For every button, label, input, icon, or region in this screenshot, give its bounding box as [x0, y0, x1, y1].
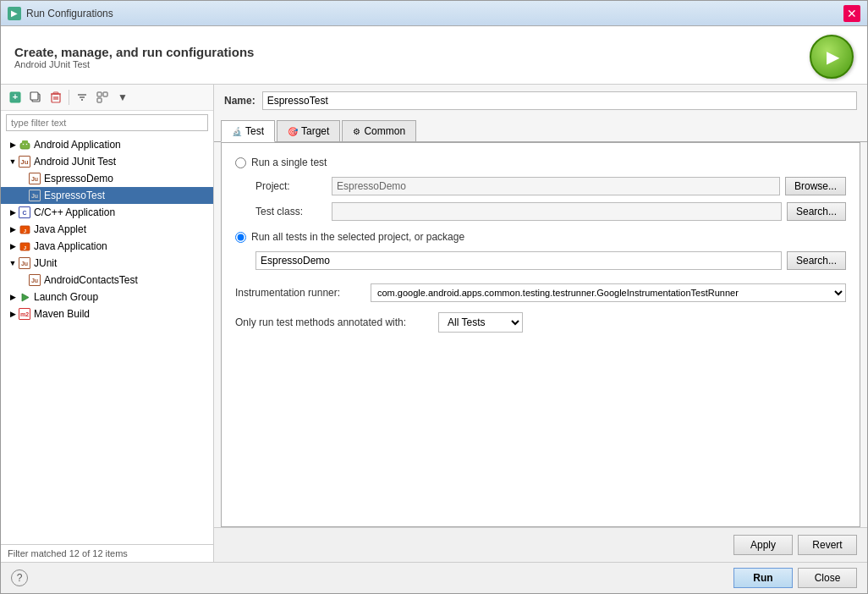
project-field-group: Project: Browse... Test class: Search... — [255, 177, 846, 221]
svg-rect-14 — [103, 92, 107, 96]
tab-common-label: Common — [364, 125, 405, 137]
annotate-label: Only run test methods annotated with: — [235, 316, 438, 328]
header-area: Create, manage, and run configurations A… — [1, 26, 867, 85]
tab-target-label: Target — [301, 125, 329, 137]
test-class-input[interactable] — [332, 202, 782, 221]
test-tab-content: Run a single test Project: Browse... Tes… — [221, 142, 860, 527]
filter-status: Filter matched 12 of 12 items — [8, 548, 128, 558]
duplicate-config-button[interactable] — [26, 88, 45, 107]
tree-arrow-launch-group: ▶ — [8, 292, 18, 302]
tree-item-label: C/C++ Application — [34, 206, 115, 218]
tree-item-label: EspressoDemo — [44, 173, 113, 184]
name-row: Name: — [214, 85, 867, 117]
tree-item-cplusplus[interactable]: ▶ C C/C++ Application — [1, 204, 213, 221]
new-config-button[interactable]: + — [6, 88, 25, 107]
radio-single-test[interactable] — [235, 157, 246, 168]
tree-item-androidcontacts[interactable]: ▶ Ju AndroidContactsTest — [1, 272, 213, 289]
tree-arrow-java-applet: ▶ — [8, 224, 18, 234]
footer-bar: ? Run Close — [1, 562, 867, 593]
bottom-action-bar: Apply Revert — [214, 527, 867, 562]
tree-arrow-maven-build: ▶ — [8, 309, 18, 319]
tree-item-android-application[interactable]: ▶ Android Application — [1, 136, 213, 153]
svg-text:J: J — [23, 228, 25, 233]
header-subtitle: Android JUnit Test — [14, 59, 254, 69]
radio-all-tests-label: Run all tests in the selected project, o… — [251, 231, 464, 243]
package-input[interactable] — [255, 251, 782, 270]
svg-text:+: + — [13, 91, 18, 102]
help-button[interactable]: ? — [11, 569, 28, 586]
header-text: Create, manage, and run configurations A… — [14, 45, 254, 69]
tree-item-espressotest[interactable]: ▶ Ju EspressoTest — [1, 187, 213, 204]
tree-item-label: Launch Group — [34, 291, 98, 303]
tabs-bar: 🔬 Test 🎯 Target ⚙ Common — [214, 117, 867, 142]
svg-rect-15 — [97, 98, 102, 102]
tree-item-label: EspressoTest — [44, 190, 105, 201]
project-browse-button[interactable]: Browse... — [785, 177, 846, 195]
project-field-row: Project: Browse... — [255, 177, 846, 195]
collapse-button[interactable] — [93, 88, 112, 107]
filter-button[interactable] — [73, 88, 91, 107]
instrumentation-row: Instrumentation runner: com.google.andro… — [235, 283, 846, 302]
tree-arrow-cplusplus: ▶ — [8, 207, 18, 217]
revert-button[interactable]: Revert — [798, 535, 857, 555]
delete-config-button[interactable] — [47, 88, 65, 107]
tab-common[interactable]: ⚙ Common — [342, 120, 416, 141]
tree-item-junit[interactable]: ▼ Ju JUnit — [1, 255, 213, 272]
tree-item-java-applet[interactable]: ▶ J Java Applet — [1, 221, 213, 238]
run-icon[interactable] — [810, 35, 854, 79]
tree-arrow-java-application: ▶ — [8, 241, 18, 251]
tree-arrow-android-application: ▶ — [8, 140, 18, 150]
project-input[interactable] — [332, 177, 780, 195]
android-app-icon — [18, 138, 31, 151]
test-tab-icon: 🔬 — [232, 127, 242, 136]
apply-button[interactable]: Apply — [733, 535, 793, 555]
tab-test[interactable]: 🔬 Test — [221, 120, 275, 142]
status-bar: Filter matched 12 of 12 items — [1, 544, 213, 562]
name-input[interactable] — [262, 91, 857, 110]
tree-item-label: AndroidContactsTest — [44, 274, 138, 286]
title-bar: ▶ Run Configurations ✕ — [1, 1, 867, 26]
filter-input[interactable] — [6, 114, 208, 131]
run-button[interactable]: Run — [733, 568, 793, 588]
java-app-icon: J — [18, 239, 31, 253]
maven-icon: m2 — [18, 307, 31, 321]
tree-item-android-junit[interactable]: ▼ Ju Android JUnit Test — [1, 153, 213, 170]
radio-all-tests[interactable] — [235, 232, 246, 243]
package-row: Search... — [255, 251, 846, 270]
test-class-search-button[interactable]: Search... — [787, 202, 846, 221]
instrumentation-select[interactable]: com.google.android.apps.common.testing.t… — [371, 283, 846, 302]
tree-item-launch-group[interactable]: ▶ Launch Group — [1, 289, 213, 305]
tree-item-maven-build[interactable]: ▶ m2 Maven Build — [1, 305, 213, 322]
configure-button[interactable]: ▼ — [113, 88, 132, 107]
tree-arrow-android-junit: ▼ — [8, 157, 18, 167]
tree-area: ▶ Android Application ▼ Ju Android JUnit… — [1, 135, 213, 544]
test-class-field-row: Test class: Search... — [255, 202, 846, 221]
android-junit-icon: Ju — [18, 155, 31, 168]
annotate-select[interactable]: All Tests SmallTest MediumTest LargeTest — [438, 312, 523, 333]
junit-icon: Ju — [18, 256, 31, 270]
radio-single-test-label: Run a single test — [251, 157, 327, 168]
header-title: Create, manage, and run configurations — [14, 45, 254, 59]
tab-target[interactable]: 🎯 Target — [277, 120, 340, 141]
espressodemo-icon: Ju — [28, 172, 41, 185]
close-button[interactable]: Close — [798, 568, 857, 588]
tree-item-label: Android JUnit Test — [34, 156, 116, 168]
tree-item-java-application[interactable]: ▶ J Java Application — [1, 238, 213, 255]
left-panel: + ▼ — [1, 85, 214, 562]
svg-rect-3 — [30, 92, 38, 100]
launch-group-icon — [18, 290, 31, 304]
espressotest-icon: Ju — [28, 189, 41, 202]
tree-item-label: Java Application — [34, 240, 107, 252]
java-applet-icon: J — [18, 223, 31, 236]
footer-buttons: Run Close — [733, 568, 857, 588]
common-tab-icon: ⚙ — [353, 127, 360, 136]
toolbar: + ▼ — [1, 85, 213, 111]
tree-item-label: JUnit — [34, 257, 57, 269]
name-label: Name: — [224, 95, 255, 107]
window-close-button[interactable]: ✕ — [843, 5, 860, 22]
svg-text:J: J — [23, 245, 25, 250]
annotate-row: Only run test methods annotated with: Al… — [235, 312, 846, 333]
package-search-button[interactable]: Search... — [787, 251, 846, 270]
tree-item-label: Android Application — [34, 139, 121, 151]
tree-item-espressodemo[interactable]: ▶ Ju EspressoDemo — [1, 170, 213, 187]
